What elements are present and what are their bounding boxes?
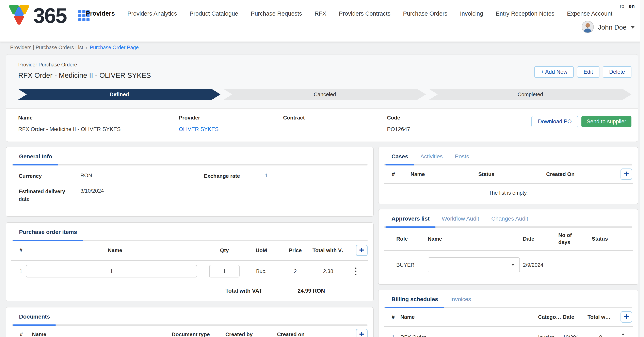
tab-purchase-order-items[interactable]: Purchase order items [13,229,83,235]
tab-underline [12,324,368,326]
col-status: Status [592,236,632,242]
tab-cases[interactable]: Cases [386,153,414,160]
tab-billing-schedules[interactable]: Billing schedules [386,296,444,302]
tab-workflow-audit[interactable]: Workflow Audit [436,216,485,222]
approver-row: BUYER 2/9/2024 [378,251,638,279]
breadcrumb: Providers | Purchase Orders List › Purch… [0,42,644,52]
tab-underline [384,226,632,228]
add-po-item-button[interactable]: + [356,245,368,256]
tab-approvers-list[interactable]: Approvers list [386,216,436,222]
col-created-on: Created On [546,171,574,178]
nav-entry-reception-notes[interactable]: Entry Reception Notes [496,10,554,17]
col-date: Date [563,314,588,320]
main-content: General Info Currency RON Exchange rate … [6,147,638,337]
tab-posts[interactable]: Posts [449,153,475,160]
nav-purchase-orders[interactable]: Purchase Orders [403,10,447,17]
documents-header-row: # Name Document type Created by Created … [6,326,373,337]
name-value: RFX Order - Medicine II - OLIVER SYKES [18,126,179,133]
delivery-date-value: 3/10/2024 [80,188,204,194]
summary-fields: Name RFX Order - Medicine II - OLIVER SY… [18,115,492,133]
add-document-button[interactable]: + [356,329,368,337]
item-qty-input[interactable] [209,265,240,278]
col-num: # [12,247,26,254]
tab-activities[interactable]: Activities [414,153,449,160]
col-name: Name [32,331,172,337]
language-switcher: ro en [620,3,635,9]
nav-providers[interactable]: Providers [86,10,115,17]
billing-row: 1 RFX Order Invoice 10/30/… 0 [378,327,638,337]
approvers-card: Approvers list Workflow Audit Changes Au… [378,209,638,285]
tab-documents[interactable]: Documents [13,314,56,320]
nav-providers-analytics[interactable]: Providers Analytics [128,10,177,17]
chevron-down-icon [511,264,514,266]
col-created-by: Created by [226,331,277,337]
lang-ro[interactable]: ro [620,3,624,9]
billing-card: Billing schedules Invoices # Name Catego… [378,290,638,337]
page-scrollbar[interactable] [640,0,644,337]
tab-underline [384,164,632,166]
item-name-input[interactable] [26,265,197,278]
step-completed: Completed [429,89,632,100]
provider-value-link[interactable]: OLIVER SYKES [179,126,283,133]
col-num: # [384,314,400,320]
nav-providers-contracts[interactable]: Providers Contracts [339,10,390,17]
col-total-with-vat: Total with V… [312,247,344,254]
code-value: PO12647 [387,126,492,133]
header-actions: + Add New Edit Delete [534,66,632,78]
add-new-button[interactable]: + Add New [534,66,574,78]
col-name: Name [428,236,523,242]
col-date: Date [523,236,558,242]
breadcrumb-trail[interactable]: Providers | Purchase Orders List [10,44,83,50]
app-logo-icon [7,3,31,28]
summary-provider: Provider OLIVER SYKES [179,115,283,133]
add-billing-schedule-button[interactable]: + [620,311,632,322]
nav-expense-account[interactable]: Expense Account [567,10,612,17]
send-to-supplier-button[interactable]: Send to supplier [582,116,632,128]
add-case-button[interactable]: + [620,168,632,180]
item-total: 2.38 [312,268,344,274]
cases-header-row: # Name Status Created On + [378,166,638,183]
tab-invoices[interactable]: Invoices [444,296,477,302]
col-name: Name [410,171,478,178]
col-status: Status [478,171,546,178]
empty-list-message: The list is empty. [378,184,638,198]
avatar [582,21,594,34]
row-kebab-menu-icon[interactable] [354,266,358,277]
tab-underline [12,164,368,166]
step-defined: Defined [18,89,220,100]
po-items-card: Purchase order items # Name Qty UoM Pric… [6,222,374,301]
col-num: # [12,331,32,337]
main-nav: Providers Providers Analytics Product Ca… [86,0,612,27]
user-menu[interactable]: John Doe [582,21,635,34]
step-canceled: Canceled [224,89,426,100]
po-header-card: Provider Purchase Ordere RFX Order - Med… [6,54,638,142]
item-price: 2 [278,268,312,274]
approver-name-select[interactable] [428,258,520,272]
nav-purchase-requests[interactable]: Purchase Requests [251,10,302,17]
provider-label: Provider [179,115,283,121]
row-num: 1 [12,268,26,274]
approver-role: BUYER [384,262,428,268]
summary-contract: Contract [283,115,387,133]
lang-en[interactable]: en [629,3,635,9]
nav-rfx[interactable]: RFX [314,10,326,17]
delete-button[interactable]: Delete [603,66,632,78]
col-document-type: Document type [172,331,226,337]
po-summary-row: Name RFX Order - Medicine II - OLIVER SY… [6,108,638,142]
edit-button[interactable]: Edit [577,66,600,78]
nav-product-catalogue[interactable]: Product Catalogue [190,10,238,17]
tab-general-info[interactable]: General Info [13,153,58,160]
row-kebab-menu-icon[interactable] [621,332,625,337]
tab-changes-audit[interactable]: Changes Audit [485,216,534,222]
download-po-button[interactable]: Download PO [532,116,578,128]
currency-label: Currency [19,172,80,180]
billing-category: Invoice [538,334,563,337]
po-items-header-row: # Name Qty UoM Price Total with V… + [6,241,373,260]
po-items-tabs: Purchase order items [6,229,373,235]
cases-card: Cases Activities Posts # Name Status Cre… [378,147,638,204]
col-total-with-vat: Total w… [588,314,614,320]
col-price: Price [278,247,312,254]
item-uom: Buc. [245,268,278,274]
breadcrumb-current[interactable]: Purchase Order Page [90,44,139,50]
nav-invoicing[interactable]: Invoicing [460,10,483,17]
